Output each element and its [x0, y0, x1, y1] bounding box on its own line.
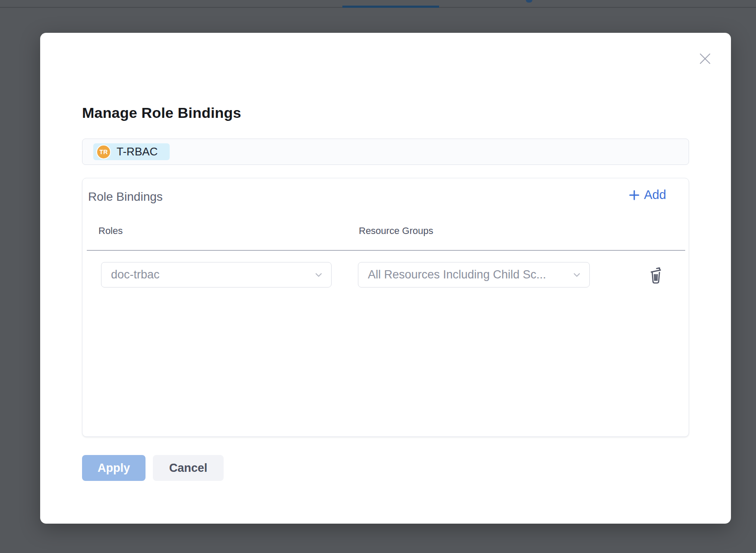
header-divider [87, 250, 685, 251]
plus-icon [628, 189, 640, 201]
role-bindings-title: Role Bindings [88, 190, 163, 204]
role-select-value: doc-trbac [111, 268, 160, 281]
user-chip-name: T-RBAC [117, 145, 158, 158]
add-role-binding-button[interactable]: Add [628, 188, 666, 202]
chevron-down-icon [314, 270, 323, 280]
background-active-tab-underline [342, 6, 439, 8]
role-select-dropdown[interactable]: doc-trbac [101, 262, 332, 288]
manage-role-bindings-modal: Manage Role Bindings User TR T-RBAC Role… [40, 33, 731, 524]
role-bindings-panel: Role Bindings Add Roles Resource Groups … [82, 178, 689, 437]
apply-button[interactable]: Apply [82, 455, 146, 481]
add-button-label: Add [644, 188, 666, 202]
delete-row-button[interactable] [646, 265, 666, 285]
resource-group-select-dropdown[interactable]: All Resources Including Child Sc... [358, 262, 590, 288]
user-select-field[interactable]: TR T-RBAC [82, 139, 689, 165]
modal-title: Manage Role Bindings [82, 104, 241, 121]
chevron-down-icon [572, 270, 582, 280]
cancel-button[interactable]: Cancel [153, 455, 224, 481]
close-button[interactable] [697, 51, 713, 66]
column-header-resource-groups: Resource Groups [359, 225, 433, 237]
user-chip: TR T-RBAC [93, 143, 170, 160]
background-clipped-glyph [526, 0, 532, 3]
user-avatar: TR [96, 145, 111, 159]
column-header-roles: Roles [98, 225, 123, 237]
close-x-icon [699, 52, 712, 65]
resource-group-select-value: All Resources Including Child Sc... [368, 268, 546, 281]
trash-icon [647, 265, 664, 284]
